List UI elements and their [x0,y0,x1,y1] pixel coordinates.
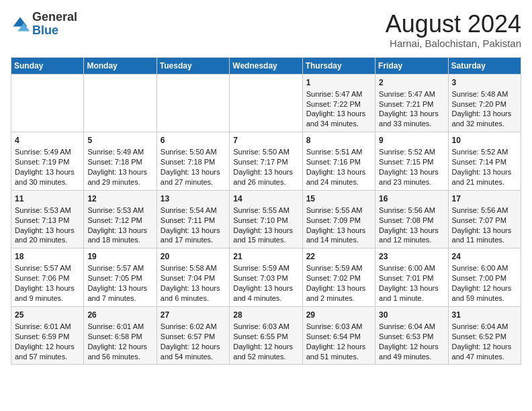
day-number: 4 [15,135,80,146]
sunrise-text: Sunrise: 6:01 AM [87,322,144,330]
day-number: 31 [452,310,517,320]
sunrise-text: Sunrise: 5:57 AM [87,264,144,272]
day-number: 21 [233,251,298,262]
calendar-cell: 25Sunrise: 6:01 AMSunset: 6:59 PMDayligh… [11,306,84,365]
calendar-cell: 29Sunrise: 6:03 AMSunset: 6:54 PMDayligh… [302,306,375,365]
sunset-text: Sunset: 7:02 PM [306,274,361,282]
column-header-tuesday: Tuesday [157,57,229,74]
sunset-text: Sunset: 6:59 PM [15,332,69,340]
day-number: 22 [306,251,371,262]
sunset-text: Sunset: 7:14 PM [452,158,506,166]
sunset-text: Sunset: 7:12 PM [87,216,142,224]
calendar-cell: 21Sunrise: 5:59 AMSunset: 7:03 PMDayligh… [230,248,302,307]
daylight-text: Daylight: 13 hours and 33 minutes. [379,109,439,128]
sunrise-text: Sunrise: 6:04 AM [452,322,508,330]
day-number: 13 [161,193,226,204]
calendar-cell: 7Sunrise: 5:50 AMSunset: 7:17 PMDaylight… [230,132,302,191]
day-number: 23 [379,251,444,262]
sunset-text: Sunset: 7:09 PM [306,216,361,224]
sunset-text: Sunset: 7:03 PM [233,274,287,282]
sunset-text: Sunset: 7:04 PM [161,274,215,282]
sunrise-text: Sunrise: 5:58 AM [161,264,217,272]
sunrise-text: Sunrise: 5:49 AM [87,148,144,156]
daylight-text: Daylight: 13 hours and 17 minutes. [161,226,220,244]
sunset-text: Sunset: 6:57 PM [161,332,215,340]
sunrise-text: Sunrise: 6:02 AM [161,322,217,330]
sunrise-text: Sunrise: 5:56 AM [452,206,508,214]
column-header-wednesday: Wednesday [230,57,302,74]
calendar-week-row: 4Sunrise: 5:49 AMSunset: 7:19 PMDaylight… [11,132,521,191]
sunset-text: Sunset: 7:05 PM [87,274,142,282]
logo: General Blue [11,11,77,38]
calendar-cell: 2Sunrise: 5:47 AMSunset: 7:21 PMDaylight… [375,74,448,132]
day-number: 27 [161,310,226,320]
sunrise-text: Sunrise: 5:52 AM [452,148,508,156]
logo-blue-text: Blue [32,24,58,37]
daylight-text: Daylight: 13 hours and 15 minutes. [233,226,293,244]
month-title: August 2024 [386,11,521,38]
sunset-text: Sunset: 7:15 PM [379,158,433,166]
sunrise-text: Sunrise: 5:56 AM [379,206,435,214]
sunrise-text: Sunrise: 5:53 AM [87,206,144,214]
calendar-cell: 8Sunrise: 5:51 AMSunset: 7:16 PMDaylight… [302,132,375,191]
daylight-text: Daylight: 13 hours and 23 minutes. [379,168,439,186]
daylight-text: Daylight: 13 hours and 20 minutes. [15,226,75,244]
day-number: 19 [87,251,152,262]
calendar-week-row: 25Sunrise: 6:01 AMSunset: 6:59 PMDayligh… [11,306,521,365]
sunset-text: Sunset: 7:00 PM [452,274,506,282]
sunset-text: Sunset: 6:54 PM [306,332,361,340]
column-header-thursday: Thursday [302,57,375,74]
day-number: 26 [87,310,152,320]
daylight-text: Daylight: 13 hours and 34 minutes. [306,109,366,128]
sunset-text: Sunset: 7:22 PM [306,100,361,108]
daylight-text: Daylight: 13 hours and 6 minutes. [161,284,220,302]
sunset-text: Sunset: 7:18 PM [87,158,142,166]
daylight-text: Daylight: 13 hours and 26 minutes. [233,168,293,186]
daylight-text: Daylight: 12 hours and 49 minutes. [379,342,439,361]
sunrise-text: Sunrise: 5:50 AM [161,148,217,156]
calendar-cell: 15Sunrise: 5:55 AMSunset: 7:09 PMDayligh… [302,190,375,248]
day-number: 11 [15,193,80,204]
calendar-cell [230,74,302,132]
sunrise-text: Sunrise: 6:03 AM [306,322,363,330]
sunset-text: Sunset: 6:53 PM [379,332,433,340]
page-header: General Blue August 2024 Harnai, Balochi… [11,11,521,49]
calendar-week-row: 11Sunrise: 5:53 AMSunset: 7:13 PMDayligh… [11,190,521,248]
calendar-cell: 20Sunrise: 5:58 AMSunset: 7:04 PMDayligh… [157,248,229,307]
daylight-text: Daylight: 12 hours and 57 minutes. [15,342,75,361]
day-number: 1 [306,77,371,88]
daylight-text: Daylight: 12 hours and 51 minutes. [306,342,366,361]
logo-general-text: General [32,10,77,24]
sunrise-text: Sunrise: 5:59 AM [233,264,290,272]
sunrise-text: Sunrise: 5:55 AM [233,206,290,214]
calendar-header-row: SundayMondayTuesdayWednesdayThursdayFrid… [11,57,521,74]
calendar-cell: 6Sunrise: 5:50 AMSunset: 7:18 PMDaylight… [157,132,229,191]
column-header-monday: Monday [84,57,157,74]
calendar-week-row: 18Sunrise: 5:57 AMSunset: 7:06 PMDayligh… [11,248,521,307]
sunrise-text: Sunrise: 5:52 AM [379,148,435,156]
sunset-text: Sunset: 7:19 PM [15,158,69,166]
column-header-sunday: Sunday [11,57,84,74]
day-number: 29 [306,310,371,320]
day-number: 3 [452,77,517,88]
sunrise-text: Sunrise: 5:51 AM [306,148,363,156]
calendar-cell: 14Sunrise: 5:55 AMSunset: 7:10 PMDayligh… [230,190,302,248]
calendar-cell [11,74,84,132]
sunrise-text: Sunrise: 6:00 AM [452,264,508,272]
calendar-table: SundayMondayTuesdayWednesdayThursdayFrid… [11,57,521,365]
sunset-text: Sunset: 7:16 PM [306,158,361,166]
day-number: 14 [233,193,298,204]
calendar-cell: 5Sunrise: 5:49 AMSunset: 7:18 PMDaylight… [84,132,157,191]
day-number: 2 [379,77,444,88]
sunrise-text: Sunrise: 6:00 AM [379,264,435,272]
sunset-text: Sunset: 6:55 PM [233,332,287,340]
sunset-text: Sunset: 7:17 PM [233,158,287,166]
sunrise-text: Sunrise: 5:48 AM [452,90,508,98]
calendar-cell: 9Sunrise: 5:52 AMSunset: 7:15 PMDaylight… [375,132,448,191]
calendar-cell: 11Sunrise: 5:53 AMSunset: 7:13 PMDayligh… [11,190,84,248]
daylight-text: Daylight: 12 hours and 54 minutes. [161,342,220,361]
calendar-cell [84,74,157,132]
sunset-text: Sunset: 7:18 PM [161,158,215,166]
calendar-cell: 23Sunrise: 6:00 AMSunset: 7:01 PMDayligh… [375,248,448,307]
day-number: 8 [306,135,371,146]
